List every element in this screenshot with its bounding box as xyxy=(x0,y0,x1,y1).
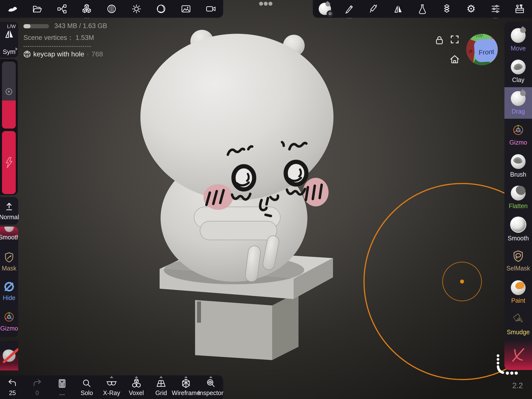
voxel-remesh-icon[interactable]: … xyxy=(76,0,97,18)
gizmo-axes-icon xyxy=(511,123,525,137)
settings-gear-icon[interactable]: ⚙ xyxy=(461,0,482,18)
scene-vertices-value: 1.53M xyxy=(76,34,94,41)
matcap-bump xyxy=(325,1,331,8)
symmetry-plane-badge: L/W xyxy=(7,24,16,29)
radius-slider[interactable] xyxy=(2,62,16,129)
stroke-more-indicator: … xyxy=(347,15,352,18)
selected-mesh-row[interactable]: keycap with hole · 768 xyxy=(23,50,107,58)
quick-tool-mask[interactable]: Mask xyxy=(0,246,18,272)
undo-count: 25 xyxy=(9,389,16,397)
tool-selmask[interactable]: SelMask xyxy=(504,245,532,276)
clay-ball-icon xyxy=(511,60,526,74)
tool-brush[interactable]: Brush xyxy=(504,150,532,182)
disabled-stone-button[interactable] xyxy=(0,341,18,370)
nav-face-front-label: Front xyxy=(478,48,494,56)
material-roller-icon[interactable] xyxy=(363,0,384,18)
filters-flask-icon[interactable] xyxy=(412,0,433,18)
parameter-sliders-icon[interactable]: … xyxy=(485,0,506,18)
nomad-sculpt-window: Front Top ft … xyxy=(0,0,532,399)
tool-clay[interactable]: Clay xyxy=(504,56,532,87)
tool-drag-selected[interactable]: Drag xyxy=(504,87,532,119)
intensity-lightning-icon xyxy=(4,157,14,168)
active-matcap-ball[interactable]: ⚙ xyxy=(315,0,335,18)
top-right-toolbar: ⚙ … ⚙ … xyxy=(313,0,532,18)
tool-paint[interactable]: Paint xyxy=(504,276,532,308)
scene-vertices-label: Scene vertices： xyxy=(23,34,74,41)
fullscreen-icon[interactable] xyxy=(450,35,459,44)
solo-toggle[interactable]: Solo xyxy=(75,375,99,399)
quick-tool-gizmo[interactable]: Gizmo xyxy=(0,304,18,332)
camera-video-icon[interactable] xyxy=(200,0,221,18)
nomad-logo-icon[interactable] xyxy=(2,0,23,18)
symmetry-toggle-button[interactable]: L/W Sym xyxy=(0,22,18,58)
arrow-up-from-line-icon xyxy=(4,201,15,212)
navigation-sphere[interactable]: Front Top ft xyxy=(466,33,499,66)
matcap-sphere-icon[interactable] xyxy=(101,0,122,18)
history-button[interactable]: … xyxy=(50,375,74,399)
slash-overlay xyxy=(2,348,18,364)
home-view-icon[interactable] xyxy=(450,55,460,64)
memory-usage-text: 343 MB / 1.63 GB xyxy=(54,22,107,30)
selected-mesh-vertices: 768 xyxy=(91,50,103,58)
quick-tool-smooth[interactable]: Smooth xyxy=(0,227,18,243)
scene-status: 343 MB / 1.63 GB Scene vertices： 1.53M k… xyxy=(23,22,107,58)
stroke-normal-button[interactable]: Normal xyxy=(0,197,18,225)
falloff-curve-cursor xyxy=(493,353,525,377)
intensity-slider[interactable] xyxy=(2,131,16,194)
hide-dotted-sphere-icon xyxy=(3,281,15,293)
redo-button[interactable]: 0 xyxy=(25,375,49,399)
stroke-pen-icon[interactable]: … xyxy=(339,0,360,18)
tool-smudge[interactable]: ☟ Smudge xyxy=(504,308,532,339)
wireframe-toggle[interactable]: Wireframe xyxy=(174,375,198,399)
voxel-toggle[interactable]: Voxel xyxy=(125,375,148,399)
smooth-ball-icon xyxy=(510,216,526,233)
flatten-ball-icon xyxy=(511,186,526,200)
voxel-more-indicator: … xyxy=(84,15,89,18)
node-graph-icon[interactable] xyxy=(52,0,72,18)
mesh-sphere-icon xyxy=(23,50,31,58)
files-folder-icon[interactable] xyxy=(27,0,48,18)
undo-button[interactable]: 25 xyxy=(0,375,24,399)
symmetry-label: Sym xyxy=(0,48,18,56)
layers-stack-icon[interactable] xyxy=(436,0,457,18)
expand-caret xyxy=(159,376,163,378)
memory-progressbar xyxy=(23,24,49,28)
brush-sliders-panel xyxy=(0,59,18,195)
quick-tool-hide[interactable]: Hide xyxy=(0,275,18,301)
redo-count: 0 xyxy=(35,389,39,397)
move-ball-icon xyxy=(511,28,526,43)
tool-smooth[interactable]: Smooth xyxy=(504,213,532,245)
tool-move[interactable]: Move xyxy=(504,22,532,56)
tool-gizmo[interactable]: Gizmo xyxy=(504,119,532,150)
tools-panel: Move Clay Drag Gizmo Brush xyxy=(504,22,532,370)
selmask-shield-icon xyxy=(512,249,525,263)
brush-ball-icon xyxy=(511,154,526,169)
character-mesh xyxy=(140,30,333,283)
symmetry-mirror-icon[interactable] xyxy=(388,0,408,18)
mask-shield-icon xyxy=(3,251,15,263)
xray-toggle[interactable]: X-Ray xyxy=(100,375,123,399)
paint-ball-icon xyxy=(511,280,526,295)
stone-icon xyxy=(3,349,16,362)
history-more-label: … xyxy=(59,389,65,397)
expand-caret xyxy=(184,376,188,378)
expand-caret xyxy=(209,376,213,378)
multitask-indicator xyxy=(259,2,272,6)
left-quick-tools-panel: Smooth Mask Hide xyxy=(0,227,18,337)
top-left-toolbar: … xyxy=(0,0,223,18)
lighting-sun-icon[interactable] xyxy=(126,0,147,18)
bottom-toolbar: 25 0 … Solo X-Ray Voxel Grid xyxy=(0,375,223,399)
background-image-icon[interactable] xyxy=(176,0,196,18)
matcap-settings-gear-badge[interactable]: ⚙ xyxy=(327,10,333,17)
toolbox-icon[interactable] xyxy=(509,0,530,18)
drag-ball-icon xyxy=(511,91,526,106)
postprocess-aperture-icon[interactable] xyxy=(151,0,171,18)
status-separator xyxy=(23,46,91,47)
grid-toggle[interactable]: Grid xyxy=(149,375,173,399)
selected-mesh-name: keycap with hole xyxy=(33,50,84,58)
sliders-more-indicator: … xyxy=(493,15,498,18)
lock-view-icon[interactable] xyxy=(435,35,444,45)
expand-caret xyxy=(110,376,113,378)
tool-flatten[interactable]: Flatten xyxy=(504,182,532,213)
inspector-toggle[interactable]: Inspector xyxy=(199,375,223,399)
